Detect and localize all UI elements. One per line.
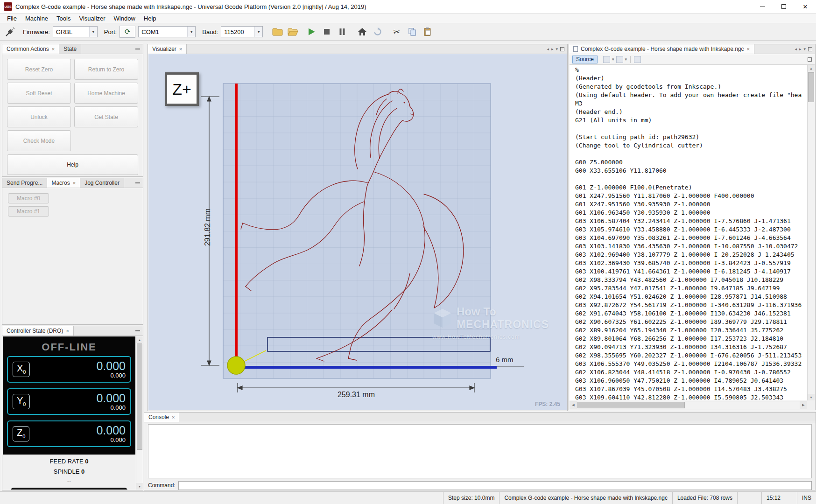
chevron-down-icon[interactable]: ▾ xyxy=(625,57,627,62)
firmware-select[interactable]: GRBL ▾ xyxy=(53,26,98,37)
width-dimension-label: 259.31 mm xyxy=(328,391,384,399)
scroll-down-icon[interactable]: ▼ xyxy=(808,394,815,400)
last-edit-icon[interactable] xyxy=(603,56,610,63)
scroll-down-icon[interactable]: ▼ xyxy=(136,483,143,490)
scroll-right-icon[interactable]: ▶ xyxy=(800,401,807,409)
stop-button[interactable] xyxy=(320,26,333,38)
minimize-panel-icon[interactable] xyxy=(135,330,140,331)
open-file-button[interactable] xyxy=(271,26,284,38)
close-button[interactable]: ✕ xyxy=(795,0,816,13)
axis-machine-value: 0.000 xyxy=(110,404,126,411)
tab-scroll-left-icon[interactable]: ◂ xyxy=(795,47,797,51)
scrollbar-thumb[interactable] xyxy=(808,72,814,102)
menu-item[interactable]: Window xyxy=(110,14,140,23)
maximize-panel-icon[interactable] xyxy=(560,47,564,51)
chevron-down-icon[interactable]: ▾ xyxy=(612,57,614,62)
tab-list-icon[interactable]: ▾ xyxy=(556,47,558,51)
gcode-line: (Using default header. To add your own h… xyxy=(575,91,807,100)
port-select[interactable]: COM1 ▾ xyxy=(138,26,196,37)
selection-icon[interactable] xyxy=(634,56,641,63)
tab-macros[interactable]: Macros × xyxy=(47,178,80,188)
editor-horizontal-scrollbar[interactable]: ◀ ▶ xyxy=(570,401,807,409)
reset-icon xyxy=(373,27,382,36)
maximize-panel-icon[interactable] xyxy=(808,47,812,51)
tab-console[interactable]: Console × xyxy=(144,413,179,422)
command-input[interactable] xyxy=(178,481,812,490)
actions-tab-row: Common Actions × State xyxy=(2,44,143,54)
menu-item[interactable]: Tools xyxy=(52,14,75,23)
menu-item[interactable]: Visualizer xyxy=(75,14,109,23)
menu-item[interactable]: Help xyxy=(140,14,161,23)
close-icon[interactable]: × xyxy=(73,181,76,186)
close-icon[interactable]: × xyxy=(52,47,55,52)
open-recent-button[interactable] xyxy=(287,26,299,38)
machine-action-button[interactable]: Return to Zero xyxy=(74,59,138,80)
return-to-zero-button[interactable] xyxy=(356,26,368,38)
machine-action-button[interactable]: Home Machine xyxy=(74,83,138,104)
dro-scrollbar[interactable]: ▲ ▼ xyxy=(136,336,143,490)
split-editor-icon[interactable] xyxy=(808,57,812,62)
tool-diameter-label: 6 mm xyxy=(496,356,524,364)
macro-button[interactable]: Macro #0 xyxy=(8,193,49,203)
gcode-line: % xyxy=(575,66,807,75)
dro-axis-row: X0 0.000 0.000 xyxy=(7,356,131,383)
height-dimension-label: 291.82 mm xyxy=(204,202,212,253)
menu-item[interactable]: File xyxy=(3,14,21,23)
gcode-line xyxy=(575,175,807,184)
close-icon[interactable]: × xyxy=(66,329,69,334)
pause-button[interactable] xyxy=(336,26,348,38)
chevron-down-icon: ▾ xyxy=(254,27,262,37)
gcode-text-area[interactable]: %(Header)(Generated by gcodetools from I… xyxy=(570,65,807,400)
close-icon[interactable]: × xyxy=(747,47,750,52)
dro-extras: FEED RATE 0 SPINDLE 0 -- ALARM xyxy=(3,455,135,490)
minimize-panel-icon[interactable] xyxy=(135,49,140,49)
tab-scroll-right-icon[interactable]: ▸ xyxy=(799,47,802,51)
scrollbar-thumb[interactable] xyxy=(137,343,142,450)
soft-reset-button[interactable] xyxy=(371,26,384,38)
refresh-ports-button[interactable]: ⟳ xyxy=(120,26,135,38)
paste-button[interactable] xyxy=(421,26,434,38)
connect-icon[interactable] xyxy=(4,26,16,38)
baud-select[interactable]: 115200 ▾ xyxy=(221,26,263,37)
status-spacer xyxy=(737,492,761,504)
tab-scroll-left-icon[interactable]: ◂ xyxy=(547,47,549,51)
scroll-left-icon[interactable]: ◀ xyxy=(570,401,577,409)
minimize-button[interactable] xyxy=(752,0,773,13)
minimize-panel-icon[interactable] xyxy=(135,182,140,183)
machine-action-button[interactable]: Reset Zero xyxy=(7,59,71,80)
history-icon[interactable] xyxy=(616,56,623,63)
scroll-up-icon[interactable]: ▲ xyxy=(808,65,815,71)
gcode-line: (Change tool to Cylindrical cutter) xyxy=(575,142,807,150)
send-button[interactable] xyxy=(305,26,317,38)
close-icon[interactable]: × xyxy=(172,415,175,420)
tab-send-progress[interactable]: Send Progre... xyxy=(2,178,47,188)
app-icon: UGS xyxy=(4,2,12,11)
gcode-line: G03 X107.867039 Y45.070508 Z-1.000000 I1… xyxy=(575,385,807,394)
maximize-button[interactable] xyxy=(773,0,795,13)
scrollbar-thumb[interactable] xyxy=(577,402,685,408)
machine-action-button[interactable]: Get State xyxy=(74,106,138,127)
machine-action-button[interactable]: Unlock xyxy=(7,106,71,127)
menu-item[interactable]: Machine xyxy=(21,14,52,23)
firmware-label: Firmware: xyxy=(23,28,50,35)
tab-controller-state[interactable]: Controller State (DRO) × xyxy=(2,326,74,336)
editor-vertical-scrollbar[interactable]: ▲ ▼ xyxy=(807,65,815,400)
scroll-up-icon[interactable]: ▲ xyxy=(136,336,143,343)
console-output[interactable] xyxy=(148,424,812,478)
source-view-button[interactable]: Source xyxy=(572,56,598,63)
cut-button[interactable]: ✂ xyxy=(390,26,403,38)
tab-state[interactable]: State xyxy=(59,44,81,54)
tab-jog-controller[interactable]: Jog Controller xyxy=(80,178,124,188)
tab-visualizer[interactable]: Visualizer × xyxy=(148,44,187,54)
help-button[interactable]: Help xyxy=(7,154,138,175)
visualizer-canvas[interactable]: Z+ 291.82 mm 259.31 mm 6 mm FPS: 2.45 Ho… xyxy=(148,54,567,410)
tab-common-actions[interactable]: Common Actions × xyxy=(2,44,59,54)
machine-action-button[interactable]: Check Mode xyxy=(7,130,71,151)
macro-button[interactable]: Macro #1 xyxy=(8,206,49,217)
tab-scroll-right-icon[interactable]: ▸ xyxy=(551,47,554,51)
close-icon[interactable]: × xyxy=(179,47,182,52)
tab-list-icon[interactable]: ▾ xyxy=(803,47,806,51)
tab-gcode-file[interactable]: Complex G-code example - Horse shape mad… xyxy=(569,44,754,54)
copy-button[interactable] xyxy=(406,26,418,38)
machine-action-button[interactable]: Soft Reset xyxy=(7,83,71,104)
